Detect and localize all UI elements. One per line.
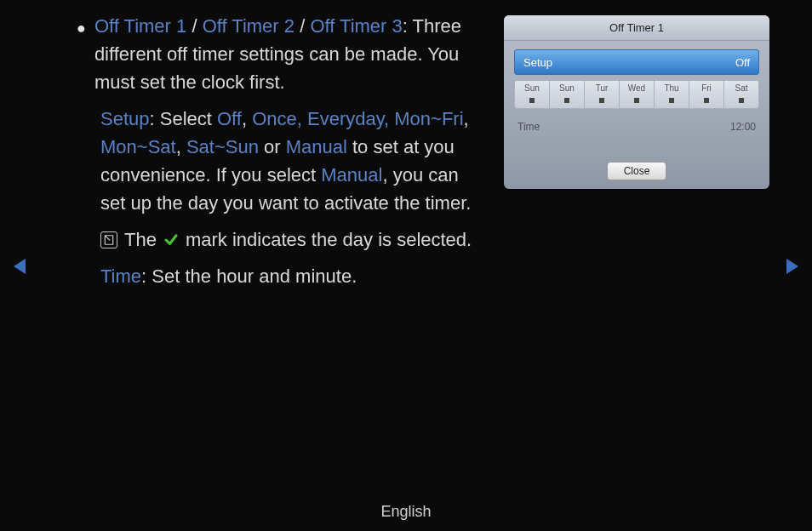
off-timer-panel: Off Timer 1 Setup Off Sun Sun Tur Wed Th… [504, 15, 769, 189]
day-cell[interactable]: Fri [689, 81, 724, 108]
day-label: Fri [689, 81, 723, 93]
title-line: Off Timer 1 / Off Timer 2 / Off Timer 3:… [94, 12, 481, 96]
day-mark [620, 93, 654, 108]
note-after: mark indicates the day is selected. [186, 226, 472, 254]
setup-key: Setup [523, 56, 552, 69]
note-icon [100, 231, 117, 248]
day-mark [550, 93, 584, 108]
off-timer-3: Off Timer 3 [310, 15, 402, 37]
language-label: English [0, 503, 812, 521]
bullet-row: ● Off Timer 1 / Off Timer 2 / Off Timer … [77, 12, 481, 96]
txt: , [242, 108, 252, 129]
panel-title: Off Timer 1 [504, 15, 769, 41]
day-label: Sun [515, 81, 549, 93]
day-cell[interactable]: Sun [550, 81, 585, 108]
day-label: Thu [655, 81, 689, 93]
day-mark [655, 93, 689, 108]
opt-monsat: Mon~Sat [100, 136, 176, 157]
txt: or [259, 136, 286, 157]
setup-paragraph: Setup: Select Off, Once, Everyday, Mon~F… [100, 105, 481, 217]
note-line: The mark indicates the day is selected. [100, 226, 481, 254]
time-paragraph: Time: Set the hour and minute. [100, 262, 481, 290]
day-label: Sat [724, 81, 758, 93]
day-cell[interactable]: Sun [515, 81, 550, 108]
day-mark [515, 93, 549, 108]
bullet-icon: ● [77, 17, 86, 96]
txt: , [176, 136, 186, 157]
sep: / [186, 15, 202, 37]
close-button[interactable]: Close [607, 162, 666, 180]
opt-off: Off [217, 108, 242, 129]
help-text-block: ● Off Timer 1 / Off Timer 2 / Off Timer … [77, 12, 481, 290]
prev-page-arrow[interactable] [14, 259, 26, 274]
day-label: Sun [550, 81, 584, 93]
txt: , [464, 108, 469, 129]
setup-row[interactable]: Setup Off [514, 49, 759, 75]
day-mark [689, 93, 723, 108]
txt: : Set the hour and minute. [141, 266, 357, 287]
opt-satsun: Sat~Sun [186, 136, 259, 157]
sep: / [294, 15, 310, 37]
day-label: Wed [620, 81, 654, 93]
day-cell[interactable]: Thu [655, 81, 689, 108]
setup-label: Setup [100, 108, 150, 129]
time-row[interactable]: Time 12:00 [518, 121, 756, 133]
time-key: Time [518, 121, 540, 133]
off-timer-2: Off Timer 2 [203, 15, 294, 37]
check-icon [163, 232, 179, 248]
time-value: 12:00 [730, 121, 756, 133]
txt: : Select [150, 108, 217, 129]
day-mark [724, 93, 758, 108]
opt-once-every-monfri: Once, Everyday, Mon~Fri [252, 108, 463, 129]
time-label: Time [100, 266, 141, 287]
day-label: Tur [585, 81, 619, 93]
note-before: The [124, 226, 157, 254]
days-row: Sun Sun Tur Wed Thu Fri Sat [514, 80, 759, 109]
opt-manual: Manual [286, 136, 347, 157]
setup-value: Off [735, 56, 750, 69]
opt-manual2: Manual [321, 164, 382, 186]
next-page-arrow[interactable] [786, 259, 798, 274]
day-cell[interactable]: Tur [585, 81, 620, 108]
off-timer-1: Off Timer 1 [94, 15, 186, 37]
day-cell[interactable]: Sat [724, 81, 758, 108]
day-cell[interactable]: Wed [620, 81, 655, 108]
day-mark [585, 93, 619, 108]
